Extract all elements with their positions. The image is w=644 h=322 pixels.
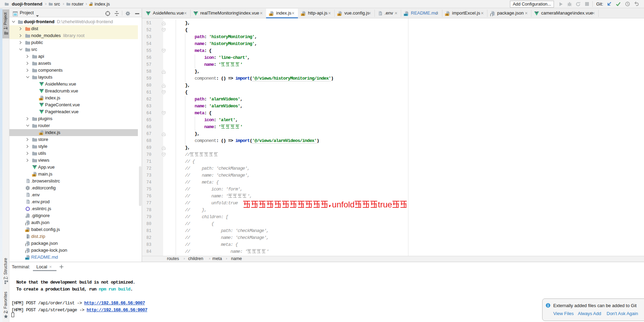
svg-text:JS: JS	[445, 14, 449, 16]
svg-text:{}: {}	[25, 223, 28, 225]
svg-text:MD: MD	[404, 14, 408, 16]
svg-text:{}: {}	[25, 250, 28, 253]
svg-text:JS: JS	[39, 98, 43, 100]
svg-text:JS: JS	[301, 14, 305, 16]
svg-text:MD: MD	[26, 258, 29, 260]
svg-text:JS: JS	[33, 174, 36, 177]
svg-text:JS: JS	[270, 14, 273, 16]
svg-text:JS: JS	[26, 230, 29, 232]
svg-text:JS: JS	[338, 14, 341, 16]
svg-text:{}: {}	[25, 243, 28, 246]
svg-text:JS: JS	[90, 4, 92, 6]
svg-text:JS: JS	[39, 133, 43, 135]
svg-text:{}: {}	[490, 14, 493, 16]
